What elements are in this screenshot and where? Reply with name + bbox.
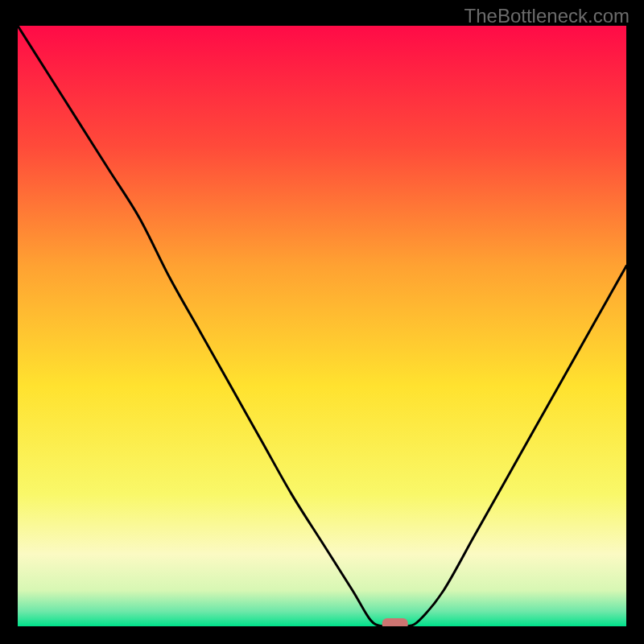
optimal-marker: [382, 618, 408, 626]
gradient-background: [18, 26, 626, 626]
chart-frame: [18, 26, 626, 626]
watermark-label: TheBottleneck.com: [464, 5, 630, 27]
chart-plot-area: [18, 26, 626, 626]
bottleneck-chart: [18, 26, 626, 626]
